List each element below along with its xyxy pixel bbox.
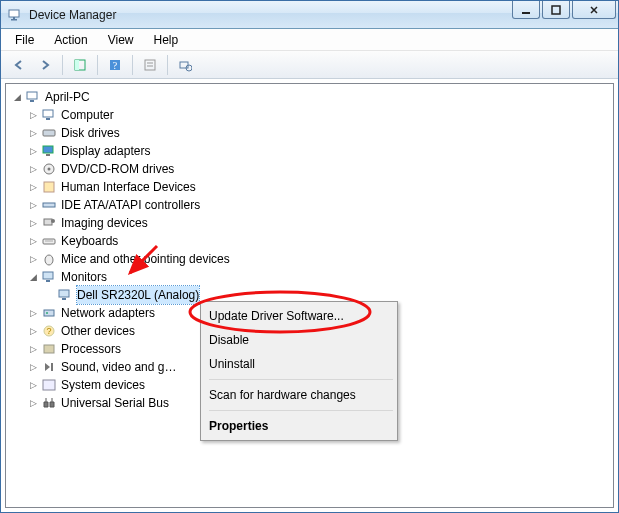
category-icon bbox=[41, 251, 57, 267]
category-label: Mice and other pointing devices bbox=[61, 250, 230, 268]
svg-rect-19 bbox=[43, 146, 53, 153]
expand-icon[interactable]: ▷ bbox=[28, 164, 38, 174]
category-label: Display adapters bbox=[61, 142, 150, 160]
close-button[interactable] bbox=[572, 1, 616, 19]
svg-rect-15 bbox=[30, 100, 34, 102]
ctx-scan-hardware[interactable]: Scan for hardware changes bbox=[175, 383, 395, 407]
menu-view[interactable]: View bbox=[100, 31, 142, 49]
expand-icon[interactable]: ▷ bbox=[28, 200, 38, 210]
svg-rect-9 bbox=[145, 60, 155, 70]
context-menu: Update Driver Software... Disable Uninst… bbox=[200, 301, 398, 441]
svg-text:?: ? bbox=[113, 60, 118, 71]
tree-category[interactable]: ▷Disk drives bbox=[28, 124, 611, 142]
tree-category[interactable]: ▷IDE ATA/ATAPI controllers bbox=[28, 196, 611, 214]
svg-rect-24 bbox=[43, 203, 55, 207]
expand-icon[interactable]: ▷ bbox=[28, 110, 38, 120]
expand-icon[interactable]: ▷ bbox=[28, 362, 38, 372]
category-icon bbox=[41, 341, 57, 357]
svg-rect-30 bbox=[43, 272, 53, 279]
menu-action[interactable]: Action bbox=[46, 31, 95, 49]
ctx-properties[interactable]: Properties bbox=[175, 414, 395, 438]
category-label: Disk drives bbox=[61, 124, 120, 142]
category-icon bbox=[41, 143, 57, 159]
scan-hardware-button[interactable] bbox=[173, 54, 197, 76]
expand-icon[interactable]: ▷ bbox=[28, 182, 38, 192]
device-label: Dell SR2320L (Analog) bbox=[77, 286, 199, 304]
svg-rect-32 bbox=[59, 290, 69, 297]
expand-icon[interactable]: ▷ bbox=[28, 344, 38, 354]
svg-point-29 bbox=[45, 255, 53, 265]
svg-rect-33 bbox=[62, 298, 66, 300]
properties-button[interactable] bbox=[138, 54, 162, 76]
window-title: Device Manager bbox=[29, 8, 116, 22]
svg-rect-39 bbox=[51, 363, 53, 371]
tree-category[interactable]: ▷Display adapters bbox=[28, 142, 611, 160]
category-label: System devices bbox=[61, 376, 145, 394]
category-icon: ? bbox=[41, 323, 57, 339]
svg-rect-34 bbox=[44, 310, 54, 316]
category-label: IDE ATA/ATAPI controllers bbox=[61, 196, 200, 214]
category-label: Computer bbox=[61, 106, 114, 124]
expand-icon[interactable]: ▷ bbox=[28, 236, 38, 246]
maximize-button[interactable] bbox=[542, 1, 570, 19]
expand-icon[interactable]: ▷ bbox=[28, 308, 38, 318]
tree-root-label: April-PC bbox=[45, 88, 90, 106]
ctx-separator bbox=[209, 379, 393, 380]
ctx-update-driver[interactable]: Update Driver Software... bbox=[175, 304, 395, 328]
show-hide-console-tree-button[interactable] bbox=[68, 54, 92, 76]
minimize-button[interactable] bbox=[512, 1, 540, 19]
svg-point-22 bbox=[48, 168, 51, 171]
titlebar: Device Manager bbox=[1, 1, 618, 29]
tree-root[interactable]: ◢ April-PC bbox=[12, 88, 611, 106]
svg-rect-18 bbox=[43, 130, 55, 136]
expand-icon[interactable]: ▷ bbox=[28, 146, 38, 156]
category-icon bbox=[41, 359, 57, 375]
category-icon bbox=[41, 233, 57, 249]
svg-rect-17 bbox=[46, 118, 50, 120]
window-controls bbox=[512, 1, 616, 21]
expand-icon[interactable]: ▷ bbox=[28, 254, 38, 264]
expand-icon[interactable]: ▷ bbox=[28, 326, 38, 336]
category-label: Processors bbox=[61, 340, 121, 358]
category-label: Network adapters bbox=[61, 304, 155, 322]
collapse-icon[interactable]: ◢ bbox=[12, 92, 22, 102]
tree-category[interactable]: ▷DVD/CD-ROM drives bbox=[28, 160, 611, 178]
expand-icon[interactable]: ▷ bbox=[28, 128, 38, 138]
forward-button[interactable] bbox=[33, 54, 57, 76]
help-button[interactable]: ? bbox=[103, 54, 127, 76]
category-label: Monitors bbox=[61, 268, 107, 286]
category-icon bbox=[41, 377, 57, 393]
svg-rect-4 bbox=[552, 6, 560, 14]
tree-category[interactable]: ▷Imaging devices bbox=[28, 214, 611, 232]
svg-rect-6 bbox=[75, 60, 79, 70]
svg-rect-2 bbox=[13, 17, 15, 19]
menu-help[interactable]: Help bbox=[146, 31, 187, 49]
monitor-icon bbox=[57, 287, 73, 303]
category-label: Human Interface Devices bbox=[61, 178, 196, 196]
category-icon bbox=[41, 179, 57, 195]
tree-category[interactable]: ▷Computer bbox=[28, 106, 611, 124]
back-button[interactable] bbox=[7, 54, 31, 76]
svg-rect-12 bbox=[180, 62, 188, 68]
ctx-disable[interactable]: Disable bbox=[175, 328, 395, 352]
tree-category[interactable]: ▷Mice and other pointing devices bbox=[28, 250, 611, 268]
ctx-uninstall[interactable]: Uninstall bbox=[175, 352, 395, 376]
collapse-icon[interactable]: ◢ bbox=[28, 272, 38, 282]
app-icon bbox=[7, 7, 23, 23]
category-icon bbox=[41, 395, 57, 411]
category-label: Imaging devices bbox=[61, 214, 148, 232]
expand-icon[interactable]: ▷ bbox=[28, 398, 38, 408]
menu-file[interactable]: File bbox=[7, 31, 42, 49]
tree-category[interactable]: ◢Monitors bbox=[28, 268, 611, 286]
svg-rect-14 bbox=[27, 92, 37, 99]
tree-category[interactable]: ▷Keyboards bbox=[28, 232, 611, 250]
expand-icon[interactable]: ▷ bbox=[28, 218, 38, 228]
menubar: File Action View Help bbox=[1, 29, 618, 51]
ctx-separator bbox=[209, 410, 393, 411]
expand-icon[interactable]: ▷ bbox=[28, 380, 38, 390]
svg-rect-31 bbox=[46, 280, 50, 282]
svg-rect-25 bbox=[44, 219, 52, 225]
tree-category[interactable]: ▷Human Interface Devices bbox=[28, 178, 611, 196]
category-label: Keyboards bbox=[61, 232, 118, 250]
svg-point-26 bbox=[51, 219, 55, 223]
